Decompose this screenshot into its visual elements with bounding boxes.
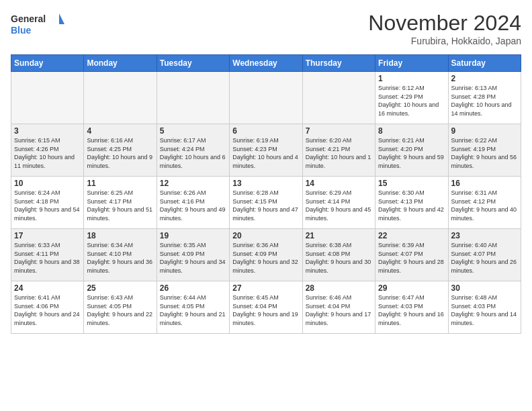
table-row: 5Sunrise: 6:17 AM Sunset: 4:24 PM Daylig… [157,124,229,177]
header-thursday: Thursday [302,55,375,72]
table-row: 15Sunrise: 6:30 AM Sunset: 4:13 PM Dayli… [375,177,448,229]
table-row: 6Sunrise: 6:19 AM Sunset: 4:23 PM Daylig… [230,124,302,177]
day-number: 25 [87,283,153,293]
table-row: 29Sunrise: 6:47 AM Sunset: 4:03 PM Dayli… [375,281,448,334]
calendar-table: Sunday Monday Tuesday Wednesday Thursday… [11,54,521,334]
table-row: 1Sunrise: 6:12 AM Sunset: 4:29 PM Daylig… [375,72,448,124]
header-friday: Friday [375,55,448,72]
day-info: Sunrise: 6:41 AM Sunset: 4:06 PM Dayligh… [14,293,81,327]
day-number: 1 [378,74,445,83]
day-info: Sunrise: 6:44 AM Sunset: 4:05 PM Dayligh… [160,293,226,327]
table-row: 8Sunrise: 6:21 AM Sunset: 4:20 PM Daylig… [375,124,448,177]
header-wednesday: Wednesday [230,55,302,72]
table-row: 14Sunrise: 6:29 AM Sunset: 4:14 PM Dayli… [302,177,375,229]
day-info: Sunrise: 6:34 AM Sunset: 4:10 PM Dayligh… [87,241,153,275]
day-number: 16 [451,179,518,188]
day-number: 29 [378,283,445,293]
day-info: Sunrise: 6:25 AM Sunset: 4:17 PM Dayligh… [87,189,153,222]
day-number: 4 [87,126,153,136]
calendar-week-row: 24Sunrise: 6:41 AM Sunset: 4:06 PM Dayli… [11,281,521,334]
day-info: Sunrise: 6:39 AM Sunset: 4:07 PM Dayligh… [378,241,445,275]
day-number: 14 [306,179,372,188]
day-info: Sunrise: 6:36 AM Sunset: 4:09 PM Dayligh… [232,241,299,275]
logo-svg: General Blue [11,11,64,38]
day-number: 2 [451,74,518,83]
day-number: 30 [451,283,518,293]
header-tuesday: Tuesday [157,55,229,72]
table-row: 17Sunrise: 6:33 AM Sunset: 4:11 PM Dayli… [11,229,84,281]
calendar-header-row: Sunday Monday Tuesday Wednesday Thursday… [11,55,521,72]
day-number: 18 [87,231,153,240]
table-row: 26Sunrise: 6:44 AM Sunset: 4:05 PM Dayli… [157,281,229,334]
table-row: 25Sunrise: 6:43 AM Sunset: 4:05 PM Dayli… [84,281,157,334]
day-number: 11 [87,179,153,188]
day-number: 9 [451,126,518,136]
day-number: 22 [378,231,445,240]
day-info: Sunrise: 6:24 AM Sunset: 4:18 PM Dayligh… [14,189,81,222]
table-row: 28Sunrise: 6:46 AM Sunset: 4:04 PM Dayli… [302,281,375,334]
table-row: 20Sunrise: 6:36 AM Sunset: 4:09 PM Dayli… [230,229,302,281]
month-title: November 2024 [368,11,521,36]
calendar-week-row: 17Sunrise: 6:33 AM Sunset: 4:11 PM Dayli… [11,229,521,281]
table-row: 13Sunrise: 6:28 AM Sunset: 4:15 PM Dayli… [230,177,302,229]
day-number: 7 [306,126,372,136]
day-info: Sunrise: 6:43 AM Sunset: 4:05 PM Dayligh… [87,293,153,327]
table-row: 27Sunrise: 6:45 AM Sunset: 4:04 PM Dayli… [230,281,302,334]
svg-text:Blue: Blue [11,25,32,36]
table-row [157,72,229,124]
day-info: Sunrise: 6:46 AM Sunset: 4:04 PM Dayligh… [306,293,372,327]
calendar-week-row: 3Sunrise: 6:15 AM Sunset: 4:26 PM Daylig… [11,124,521,177]
day-info: Sunrise: 6:38 AM Sunset: 4:08 PM Dayligh… [306,241,372,275]
location-subtitle: Furubira, Hokkaido, Japan [368,36,521,46]
day-info: Sunrise: 6:19 AM Sunset: 4:23 PM Dayligh… [232,136,299,170]
day-info: Sunrise: 6:30 AM Sunset: 4:13 PM Dayligh… [378,189,445,222]
svg-marker-2 [59,13,64,24]
day-number: 6 [232,126,299,136]
day-info: Sunrise: 6:40 AM Sunset: 4:07 PM Dayligh… [451,241,518,275]
table-row: 10Sunrise: 6:24 AM Sunset: 4:18 PM Dayli… [11,177,84,229]
day-number: 12 [160,179,226,188]
table-row: 23Sunrise: 6:40 AM Sunset: 4:07 PM Dayli… [448,229,521,281]
calendar-week-row: 1Sunrise: 6:12 AM Sunset: 4:29 PM Daylig… [11,72,521,124]
day-number: 13 [232,179,299,188]
day-info: Sunrise: 6:47 AM Sunset: 4:03 PM Dayligh… [378,293,445,327]
logo: General Blue [11,11,64,38]
svg-text:General: General [11,13,46,24]
table-row: 2Sunrise: 6:13 AM Sunset: 4:28 PM Daylig… [448,72,521,124]
table-row: 19Sunrise: 6:35 AM Sunset: 4:09 PM Dayli… [157,229,229,281]
table-row [302,72,375,124]
day-number: 23 [451,231,518,240]
day-number: 20 [232,231,299,240]
day-info: Sunrise: 6:33 AM Sunset: 4:11 PM Dayligh… [14,241,81,275]
calendar-week-row: 10Sunrise: 6:24 AM Sunset: 4:18 PM Dayli… [11,177,521,229]
day-info: Sunrise: 6:22 AM Sunset: 4:19 PM Dayligh… [451,136,518,170]
day-number: 8 [378,126,445,136]
header-sunday: Sunday [11,55,84,72]
title-block: November 2024 Furubira, Hokkaido, Japan [368,11,521,46]
table-row: 16Sunrise: 6:31 AM Sunset: 4:12 PM Dayli… [448,177,521,229]
day-number: 19 [160,231,226,240]
table-row: 18Sunrise: 6:34 AM Sunset: 4:10 PM Dayli… [84,229,157,281]
table-row: 30Sunrise: 6:48 AM Sunset: 4:03 PM Dayli… [448,281,521,334]
day-number: 21 [306,231,372,240]
day-info: Sunrise: 6:31 AM Sunset: 4:12 PM Dayligh… [451,189,518,222]
day-number: 5 [160,126,226,136]
day-info: Sunrise: 6:16 AM Sunset: 4:25 PM Dayligh… [87,136,153,170]
table-row [84,72,157,124]
main-container: General Blue November 2024 Furubira, Hok… [0,0,532,339]
table-row: 24Sunrise: 6:41 AM Sunset: 4:06 PM Dayli… [11,281,84,334]
day-info: Sunrise: 6:35 AM Sunset: 4:09 PM Dayligh… [160,241,226,275]
day-info: Sunrise: 6:20 AM Sunset: 4:21 PM Dayligh… [306,136,372,170]
day-number: 27 [232,283,299,293]
day-info: Sunrise: 6:15 AM Sunset: 4:26 PM Dayligh… [14,136,81,170]
table-row: 22Sunrise: 6:39 AM Sunset: 4:07 PM Dayli… [375,229,448,281]
day-info: Sunrise: 6:12 AM Sunset: 4:29 PM Dayligh… [378,84,445,118]
day-number: 26 [160,283,226,293]
day-info: Sunrise: 6:13 AM Sunset: 4:28 PM Dayligh… [451,84,518,118]
table-row: 4Sunrise: 6:16 AM Sunset: 4:25 PM Daylig… [84,124,157,177]
day-info: Sunrise: 6:26 AM Sunset: 4:16 PM Dayligh… [160,189,226,222]
day-number: 3 [14,126,81,136]
table-row: 7Sunrise: 6:20 AM Sunset: 4:21 PM Daylig… [302,124,375,177]
day-info: Sunrise: 6:28 AM Sunset: 4:15 PM Dayligh… [232,189,299,222]
day-number: 15 [378,179,445,188]
